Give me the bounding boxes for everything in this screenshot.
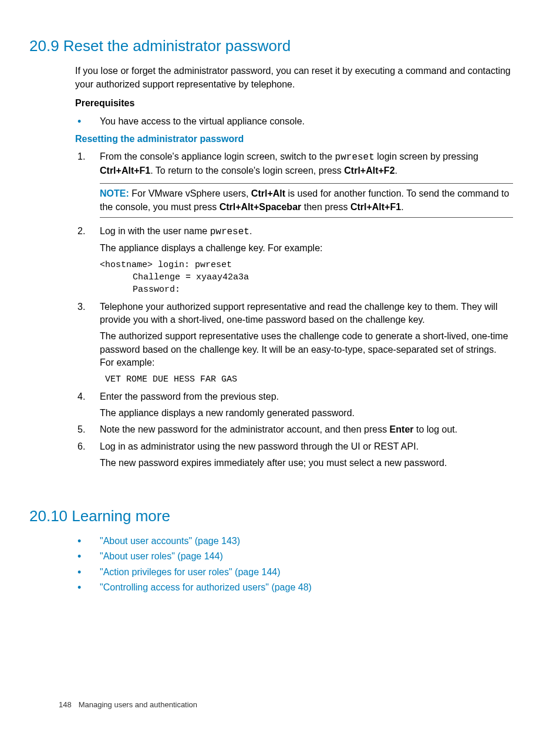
step-6: Log in as administrator using the new pa… bbox=[75, 440, 513, 470]
step2-text-b: . bbox=[249, 226, 252, 236]
page-footer: 148Managing users and authentication bbox=[59, 700, 197, 710]
section-heading-reset-password: 20.9 Reset the administrator password bbox=[29, 35, 513, 56]
link-item-3: "Controlling access for authorized users… bbox=[75, 581, 513, 594]
step-5: Note the new password for the administra… bbox=[75, 423, 513, 436]
step3-para-b: The authorized support representative us… bbox=[100, 330, 513, 369]
section-heading-learning-more: 20.10 Learning more bbox=[29, 505, 513, 526]
step2-para: The appliance displays a challenge key. … bbox=[100, 242, 513, 255]
step5-text-a: Note the new password for the administra… bbox=[100, 424, 390, 434]
page-number: 148 bbox=[59, 700, 72, 709]
step6-para-a: Log in as administrator using the new pa… bbox=[100, 440, 513, 453]
footer-title: Managing users and authentication bbox=[79, 700, 197, 709]
code1-line1: <hostname> login: pwreset bbox=[100, 260, 232, 270]
step4-para-b: The appliance displays a new randomly ge… bbox=[100, 407, 513, 420]
note-key2: Ctrl+Alt+Spacebar bbox=[220, 202, 302, 212]
step1-text-c: . To return to the console's login scree… bbox=[150, 166, 344, 175]
section1-content: If you lose or forget the administrator … bbox=[75, 65, 513, 470]
step-2: Log in with the user name pwreset. The a… bbox=[75, 225, 513, 296]
step2-code: pwreset bbox=[210, 227, 249, 237]
step4-para-a: Enter the password from the previous ste… bbox=[100, 390, 513, 403]
code-block-2: VET ROME DUE HESS FAR GAS bbox=[100, 373, 513, 386]
step-1: From the console's appliance login scree… bbox=[75, 150, 513, 218]
prereq-item: You have access to the virtual appliance… bbox=[75, 115, 513, 128]
link-item-1: "About user roles" (page 144) bbox=[75, 550, 513, 563]
link-about-user-roles[interactable]: "About user roles" (page 144) bbox=[100, 551, 223, 561]
resetting-subtitle: Resetting the administrator password bbox=[75, 133, 513, 146]
prerequisites-title: Prerequisites bbox=[75, 97, 513, 110]
note-label: NOTE: bbox=[100, 188, 129, 198]
step1-text-d: . bbox=[395, 166, 397, 175]
code1-line3: Password: bbox=[100, 283, 513, 296]
step5-key: Enter bbox=[390, 424, 414, 434]
note-text-c: then press bbox=[301, 202, 350, 212]
code1-line2: Challenge = xyaay42a3a bbox=[100, 271, 513, 283]
link-controlling-access[interactable]: "Controlling access for authorized users… bbox=[100, 582, 312, 592]
intro-paragraph: If you lose or forget the administrator … bbox=[75, 65, 513, 91]
step6-para-b: The new password expires immediately aft… bbox=[100, 457, 513, 470]
step1-text-b: login screen by pressing bbox=[375, 151, 478, 161]
code-block-1: <hostname> login: pwreset Challenge = xy… bbox=[100, 259, 513, 296]
step5-text-b: to log out. bbox=[414, 424, 458, 434]
link-action-privileges[interactable]: "Action privileges for user roles" (page… bbox=[100, 567, 281, 577]
step3-para-a: Telephone your authorized support repres… bbox=[100, 301, 513, 327]
step1-text-a: From the console's appliance login scree… bbox=[100, 151, 335, 161]
link-about-user-accounts[interactable]: "About user accounts" (page 143) bbox=[100, 536, 240, 546]
note-text-a: For VMware vSphere users, bbox=[129, 188, 251, 198]
step-3: Telephone your authorized support repres… bbox=[75, 301, 513, 386]
link-item-2: "Action privileges for user roles" (page… bbox=[75, 566, 513, 579]
note-text-d: . bbox=[401, 202, 403, 212]
step2-text-a: Log in with the user name bbox=[100, 226, 210, 236]
note-box: NOTE: For VMware vSphere users, Ctrl+Alt… bbox=[100, 183, 513, 218]
step-4: Enter the password from the previous ste… bbox=[75, 390, 513, 420]
step1-key2: Ctrl+Alt+F2 bbox=[344, 166, 394, 175]
section2-content: "About user accounts" (page 143) "About … bbox=[75, 535, 513, 595]
note-key1: Ctrl+Alt bbox=[251, 188, 285, 198]
step1-key1: Ctrl+Alt+F1 bbox=[100, 166, 150, 175]
step1-code: pwreset bbox=[335, 152, 375, 163]
note-key3: Ctrl+Alt+F1 bbox=[350, 202, 401, 212]
link-item-0: "About user accounts" (page 143) bbox=[75, 535, 513, 548]
